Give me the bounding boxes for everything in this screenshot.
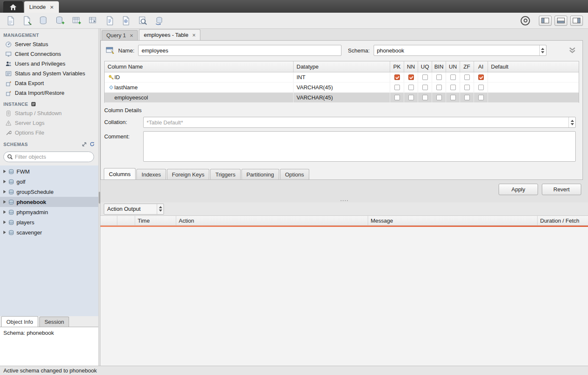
create-table-icon[interactable] [55,15,66,26]
insert-data-icon[interactable] [104,15,115,26]
expander-icon[interactable] [3,210,6,214]
header-default[interactable]: Default [488,61,579,72]
refresh-schemas-icon[interactable] [89,141,95,147]
flag-bin-checkbox[interactable] [436,95,442,100]
expander-icon[interactable] [3,221,6,224]
flag-pk-checkbox[interactable] [394,85,400,90]
sidebar-item-data-export[interactable]: Data Export [0,78,98,88]
toggle-right-panel-icon[interactable] [570,16,583,26]
schema-item-groupschedule[interactable]: groupSchedule [0,187,98,197]
toggle-left-panel-icon[interactable] [539,16,552,26]
output-col-duration[interactable]: Duration / Fetch [538,216,588,225]
flag-un-checkbox[interactable] [450,95,456,100]
flag-nn-checkbox[interactable] [408,95,414,100]
expand-schemas-icon[interactable] [82,142,87,147]
connection-tab-linode[interactable]: Linode × [24,1,59,13]
header-bin[interactable]: BIN [432,61,446,72]
schema-item-phpmyadmin[interactable]: phpmyadmin [0,207,98,217]
flag-un-checkbox[interactable] [450,85,456,90]
flag-uq-checkbox[interactable] [422,85,428,90]
schema-item-golf[interactable]: golf [0,176,98,187]
search-objects-icon[interactable] [137,15,148,26]
expander-icon[interactable] [3,180,6,183]
flag-nn-checkbox[interactable] [408,85,414,90]
flag-uq-checkbox[interactable] [422,74,428,80]
column-row-id[interactable]: ID INT [105,72,579,83]
schema-select[interactable]: phonebook [374,45,546,56]
header-datatype[interactable]: Datatype [294,61,390,72]
close-tab-icon[interactable]: × [130,33,133,39]
tab-partitioning[interactable]: Partitioning [241,169,279,179]
sidebar-item-data-import[interactable]: Data Import/Restore [0,88,98,98]
column-row-employeescol[interactable]: employeescol VARCHAR(45) [105,93,579,103]
header-column-name[interactable]: Column Name [105,61,294,72]
export-result-icon[interactable] [121,15,132,26]
flag-zf-checkbox[interactable] [464,95,470,100]
collation-select[interactable]: *Table Default* [143,117,576,128]
close-tab-icon[interactable]: × [192,32,196,38]
tab-session[interactable]: Session [39,317,69,327]
close-tab-icon[interactable]: × [50,4,54,10]
flag-bin-checkbox[interactable] [436,85,442,90]
column-default[interactable] [488,93,579,102]
new-query-tab-icon[interactable] [5,15,16,26]
column-default[interactable] [488,83,579,92]
schema-filter-input[interactable] [15,154,90,160]
sidebar-item-server-logs[interactable]: Server Logs [0,118,98,128]
expander-icon[interactable] [3,231,6,234]
sidebar-item-startup-shutdown[interactable]: Startup / Shutdown [0,108,98,118]
sidebar-item-options-file[interactable]: Options File [0,128,98,138]
header-pk[interactable]: PK [390,61,404,72]
flag-pk-checkbox[interactable] [394,95,400,100]
output-col-message[interactable]: Message [368,216,538,225]
header-ai[interactable]: AI [474,61,488,72]
header-nn[interactable]: NN [404,61,418,72]
output-splitter-handle[interactable] [100,199,588,202]
flag-ai-checkbox[interactable] [478,85,484,90]
expander-icon[interactable] [3,200,6,204]
tab-object-info[interactable]: Object Info [1,316,38,327]
home-tab[interactable] [3,1,23,13]
sidebar-scrollbar[interactable] [98,29,100,366]
tab-columns[interactable]: Columns [104,168,136,179]
flag-zf-checkbox[interactable] [464,85,470,90]
flag-pk-checkbox[interactable] [394,74,400,80]
flag-ai-checkbox[interactable] [478,74,484,80]
header-uq[interactable]: UQ [418,61,432,72]
create-view-icon[interactable] [71,15,82,26]
flag-ai-checkbox[interactable] [478,95,484,100]
schema-item-fwm[interactable]: FWM [0,166,98,176]
tab-options[interactable]: Options [280,169,309,179]
collapse-header-icon[interactable] [568,47,577,54]
apply-button[interactable]: Apply [499,184,538,195]
column-row-lastname[interactable]: lastName VARCHAR(45) [105,83,579,93]
flag-nn-checkbox[interactable] [408,74,414,80]
sidebar-item-system-variables[interactable]: Status and System Variables [0,69,98,78]
output-col-action[interactable]: Action [176,216,368,225]
open-sql-script-icon[interactable] [22,15,33,26]
tab-employees-table[interactable]: employees - Table × [139,29,200,40]
flag-un-checkbox[interactable] [450,74,456,80]
output-col-time[interactable]: Time [135,216,176,225]
schema-item-scavenger[interactable]: scavenger [0,227,98,237]
header-un[interactable]: UN [446,61,460,72]
flag-bin-checkbox[interactable] [436,74,442,80]
stepper-icon[interactable] [539,45,546,55]
toggle-bottom-panel-icon[interactable] [555,16,567,26]
stepper-icon[interactable] [569,117,575,127]
column-default[interactable] [488,72,579,82]
tab-indexes[interactable]: Indexes [136,169,166,179]
create-procedure-icon[interactable] [88,15,99,26]
table-name-input[interactable] [138,45,341,56]
output-selector[interactable]: Action Output [104,204,164,215]
tab-triggers[interactable]: Triggers [210,169,240,179]
schema-item-players[interactable]: players [0,217,98,227]
scrollbar-thumb[interactable] [99,192,100,204]
stepper-icon[interactable] [157,204,164,214]
sidebar-item-client-connections[interactable]: Client Connections [0,49,98,59]
comment-textarea[interactable] [143,131,576,162]
tab-query-1[interactable]: Query 1 × [102,30,138,40]
revert-button[interactable]: Revert [542,184,581,195]
reconnect-database-icon[interactable] [154,15,165,26]
tab-foreign-keys[interactable]: Foreign Keys [167,169,210,179]
